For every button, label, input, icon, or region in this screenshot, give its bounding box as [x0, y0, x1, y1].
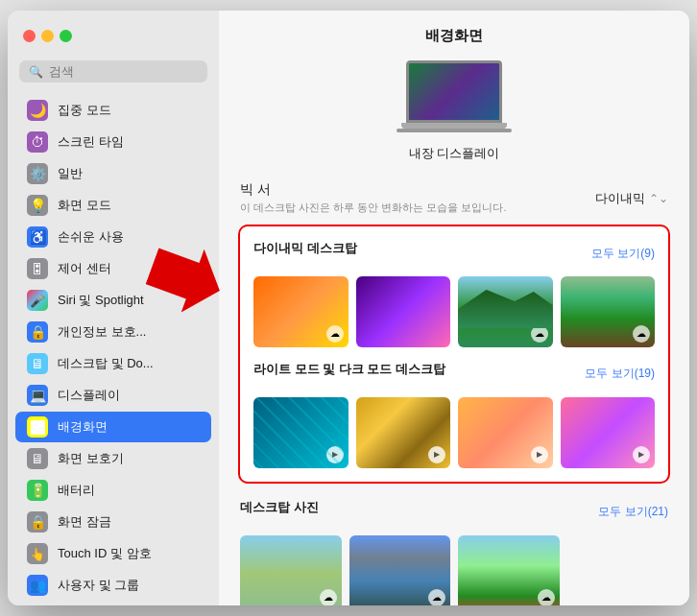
wallpaper-info-bar: 빅 서 이 데스크탑 사진은 하루 동안 변화하는 모습을 보입니다. 다이내믹… — [238, 181, 670, 215]
cloud-icon-1: ☁ — [326, 325, 344, 343]
sidebar-item-general-label: 일반 — [58, 165, 83, 182]
traffic-lights — [23, 30, 72, 42]
sidebar-item-accessibility-label: 손쉬운 사용 — [58, 228, 124, 246]
cloud-icon-11: ☁ — [538, 589, 555, 605]
dynamic-desktop-grid: ☁ ☁ ☁ — [253, 276, 655, 347]
cloud-icon-10: ☁ — [428, 589, 445, 605]
dynamic-badge: 다이내믹 — [595, 190, 645, 207]
wallpaper-thumb-5[interactable]: ▶ — [253, 397, 348, 468]
page-title: 배경화면 — [425, 27, 483, 45]
sidebar-item-screentime-label: 스크린 타임 — [58, 133, 124, 151]
content-area: 내장 디스플레이 빅 서 이 데스크탑 사진은 하루 동안 변화하는 모습을 보… — [219, 60, 689, 605]
wallpaper-name: 빅 서 — [240, 181, 506, 199]
sidebar-item-privacy-label: 개인정보 보호... — [58, 323, 146, 341]
touchid-icon: 👆 — [27, 543, 48, 564]
desktop-icon: 🖥 — [27, 353, 48, 374]
dynamic-desktop-more[interactable]: 모두 보기(9) — [591, 246, 655, 262]
wallpaper-thumb-11[interactable]: ☁ — [458, 535, 560, 605]
wallpaper-img-8: ▶ — [561, 397, 656, 468]
displaymode-icon: 💡 — [27, 195, 48, 216]
wallpaper-thumb-2[interactable] — [356, 276, 451, 347]
search-icon: 🔍 — [29, 65, 43, 79]
highlighted-section: 다이내믹 데스크탑 모두 보기(9) ☁ ☁ — [238, 225, 670, 484]
play-btn-6: ▶ — [428, 446, 445, 463]
general-icon: ⚙️ — [27, 163, 48, 184]
cloud-icon-9: ☁ — [320, 589, 337, 605]
preview-section: 내장 디스플레이 — [238, 60, 670, 162]
search-input[interactable] — [49, 64, 198, 79]
sidebar-items: 🌙 집중 모드 ⏱ 스크린 타임 ⚙️ 일반 💡 화면 모드 ♿ 손쉬운 사용 … — [8, 90, 219, 605]
sidebar-item-password[interactable]: 🔑 암호 — [15, 602, 211, 605]
controlcenter-icon: 🎛 — [27, 258, 48, 279]
wallpaper-thumb-8[interactable]: ▶ — [561, 397, 656, 468]
sidebar-item-display-label: 디스플레이 — [58, 387, 120, 404]
sidebar-item-focus-label: 집중 모드 — [58, 102, 111, 119]
sidebar-item-privacy[interactable]: 🔒 개인정보 보호... — [15, 317, 211, 347]
sidebar-item-screentime[interactable]: ⏱ 스크린 타임 — [15, 127, 211, 157]
play-btn-7: ▶ — [531, 446, 548, 463]
sidebar-item-controlcenter-label: 제어 센터 — [58, 260, 111, 277]
dynamic-desktop-header: 다이내믹 데스크탑 모두 보기(9) — [253, 240, 655, 267]
sidebar-item-focus[interactable]: 🌙 집중 모드 — [15, 95, 211, 126]
desktop-photos-more[interactable]: 모두 보기(21) — [598, 504, 668, 520]
wallpaper-info-right[interactable]: 다이내믹 ⌃⌄ — [595, 190, 668, 207]
wallpaper-thumb-1[interactable]: ☁ — [253, 276, 348, 347]
sidebar-item-touchid[interactable]: 👆 Touch ID 및 암호 — [15, 538, 211, 569]
display-label: 내장 디스플레이 — [409, 145, 500, 162]
sidebar-item-siri[interactable]: 🎤 Siri 및 Spotlight — [15, 285, 211, 316]
sidebar-item-accessibility[interactable]: ♿ 손쉬운 사용 — [15, 222, 211, 252]
wallpaper-thumb-3[interactable]: ☁ — [458, 276, 553, 347]
main-window: 🔍 🌙 집중 모드 ⏱ 스크린 타임 ⚙️ 일반 💡 화면 모드 ♿ — [8, 11, 689, 605]
privacy-icon: 🔒 — [27, 321, 48, 343]
sidebar-item-wallpaper-label: 배경화면 — [58, 418, 108, 436]
display-icon: 💻 — [27, 385, 48, 406]
lightdark-desktop-header: 라이트 모드 및 다크 모드 데스크탑 모두 보기(19) — [253, 361, 655, 388]
sidebar-item-general[interactable]: ⚙️ 일반 — [15, 158, 211, 189]
screentime-icon: ⏱ — [27, 131, 48, 153]
desktop-photos-label: 데스크탑 사진 — [240, 499, 319, 516]
sidebar-item-desktop[interactable]: 🖥 데스크탑 및 Do... — [15, 348, 211, 379]
sidebar-item-screenlock-label: 화면 잠금 — [58, 513, 111, 531]
search-bar[interactable]: 🔍 — [19, 60, 207, 83]
wallpaper-img-9: ☁ — [240, 535, 342, 605]
wallpaper-info-left: 빅 서 이 데스크탑 사진은 하루 동안 변화하는 모습을 보입니다. — [240, 181, 506, 215]
sidebar: 🔍 🌙 집중 모드 ⏱ 스크린 타임 ⚙️ 일반 💡 화면 모드 ♿ — [8, 11, 219, 605]
sidebar-item-wallpaper[interactable]: 🌅 배경화면 — [15, 412, 211, 442]
wallpaper-img-4: ☁ — [561, 276, 656, 347]
sidebar-item-screenlock[interactable]: 🔒 화면 잠금 — [15, 507, 211, 537]
sidebar-item-touchid-label: Touch ID 및 암호 — [58, 545, 152, 562]
desktop-photos-grid: ☁ ☁ ☁ — [240, 535, 668, 605]
laptop-foot — [397, 129, 512, 132]
sidebar-item-screensaver-label: 화면 보호기 — [58, 450, 124, 467]
screenlock-icon: 🔒 — [27, 511, 48, 533]
wallpaper-thumb-6[interactable]: ▶ — [356, 397, 451, 468]
maximize-button[interactable] — [60, 30, 72, 42]
sidebar-item-display[interactable]: 💻 디스플레이 — [15, 380, 211, 411]
desktop-photos-section: 데스크탑 사진 모두 보기(21) ☁ ☁ — [238, 499, 670, 605]
wallpaper-thumb-4[interactable]: ☁ — [561, 276, 656, 347]
sidebar-item-battery[interactable]: 🔋 배터리 — [15, 475, 211, 506]
sidebar-item-users[interactable]: 👥 사용자 및 그룹 — [15, 570, 211, 601]
laptop-preview — [397, 60, 512, 137]
sidebar-item-controlcenter[interactable]: 🎛 제어 센터 — [15, 253, 211, 284]
sidebar-item-users-label: 사용자 및 그룹 — [58, 577, 139, 594]
wallpaper-img-5: ▶ — [253, 397, 348, 468]
chevron-updown-icon: ⌃⌄ — [649, 192, 668, 205]
wallpaper-thumb-9[interactable]: ☁ — [240, 535, 342, 605]
sidebar-item-screensaver[interactable]: 🖥 화면 보호기 — [15, 443, 211, 474]
sidebar-item-battery-label: 배터리 — [58, 482, 95, 499]
screensaver-icon: 🖥 — [27, 448, 48, 469]
focus-icon: 🌙 — [27, 100, 48, 121]
sidebar-item-siri-label: Siri 및 Spotlight — [58, 292, 144, 309]
sidebar-item-displaymode[interactable]: 💡 화면 모드 — [15, 190, 211, 221]
cloud-icon-4: ☁ — [633, 325, 650, 343]
lightdark-desktop-more[interactable]: 모두 보기(19) — [585, 366, 655, 382]
wallpaper-icon: 🌅 — [27, 416, 48, 438]
wallpaper-desc: 이 데스크탑 사진은 하루 동안 변화하는 모습을 보입니다. — [240, 201, 506, 215]
wallpaper-thumb-7[interactable]: ▶ — [458, 397, 553, 468]
wallpaper-img-2 — [356, 276, 451, 347]
wallpaper-thumb-10[interactable]: ☁ — [349, 535, 451, 605]
close-button[interactable] — [23, 30, 36, 42]
accessibility-icon: ♿ — [27, 226, 48, 248]
minimize-button[interactable] — [41, 30, 54, 42]
